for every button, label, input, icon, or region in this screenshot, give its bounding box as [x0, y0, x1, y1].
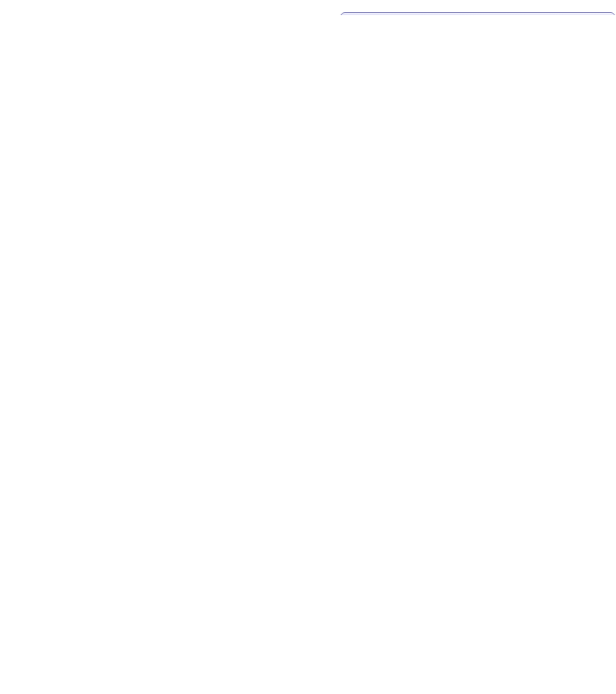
base-type-box: CT ImagingDocumentProcessingType Any <An…: [340, 12, 615, 15]
